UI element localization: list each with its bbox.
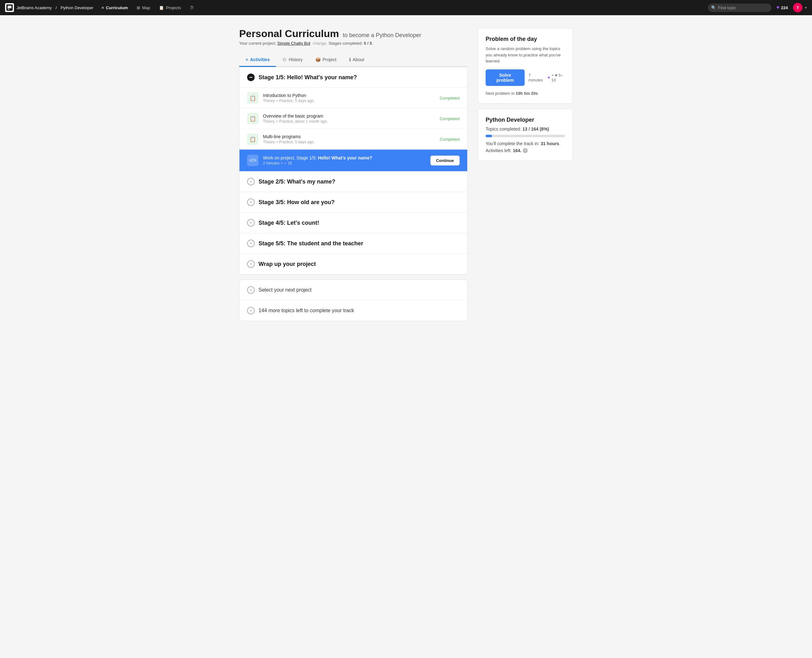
page-title: Personal Curriculum to become a Python D… [239, 28, 468, 40]
nav-curriculum[interactable]: ≡ Curriculum [98, 4, 131, 11]
search-icon: 🔍 [711, 5, 716, 10]
wrap-up-expand-icon: + [247, 260, 255, 268]
tab-about[interactable]: ℹ About [343, 53, 371, 67]
about-icon: ℹ [349, 57, 351, 62]
lesson-item[interactable]: 📋 Overview of the basic program Theory +… [239, 108, 467, 129]
stage-1-header[interactable]: Stage 1/5: Hello! What's your name? [239, 67, 467, 88]
stage-2-expand-icon: + [247, 178, 255, 185]
brand-text[interactable]: JetBrains Academy / Python Developer [16, 5, 93, 10]
projects-icon: 📋 [159, 5, 164, 10]
avatar[interactable]: T [793, 3, 803, 13]
code-icon: </> [247, 155, 259, 166]
next-problem: Next problem in 19h 5m 20s [485, 91, 565, 96]
stage-3-header[interactable]: + Stage 3/5: How old are you? [239, 192, 467, 212]
stage-5-expand-icon: + [247, 240, 255, 247]
navbar: JetBrains Academy / Python Developer ≡ C… [0, 0, 812, 15]
more-topics-item[interactable]: + 144 more topics left to complete your … [239, 301, 467, 321]
stage-2-header[interactable]: + Stage 2/5: What's my name? [239, 171, 467, 192]
page-meta: Your current project: Simple Chatty Bot … [239, 41, 468, 45]
stage-3-expand-icon: + [247, 198, 255, 206]
curriculum-icon: ≡ [102, 5, 104, 10]
search-input[interactable] [708, 3, 771, 12]
tab-activities[interactable]: ≡ Activities [239, 53, 276, 67]
wrap-up-header[interactable]: + Wrap up your project [239, 254, 467, 274]
tabs: ≡ Activities ⏲ History 📦 Project ℹ About [239, 53, 468, 67]
stage-5-header[interactable]: + Stage 5/5: The student and the teacher [239, 233, 467, 254]
gem-reward-icon: ♥ [548, 75, 550, 80]
lesson-icon: 📋 [247, 133, 259, 145]
continue-button[interactable]: Continue [430, 156, 460, 166]
activities-left: Activities left: 164. ? [485, 148, 565, 153]
search-wrap: 🔍 [708, 3, 771, 12]
lesson-info: Multi-line programs Theory + Practice, 5… [263, 134, 435, 144]
progress-bar [485, 135, 565, 137]
solve-row: Solve problem 7 minutes ♥ + ♥ 5–10 [485, 69, 565, 86]
history-icon: ⏲ [282, 57, 287, 62]
problem-of-day-title: Problem of the day [485, 36, 565, 42]
lesson-item[interactable]: 📋 Multi-line programs Theory + Practice,… [239, 129, 467, 150]
problem-of-day-card: Problem of the day Solve a random proble… [478, 28, 573, 103]
problem-of-day-desc: Solve a random problem using the topics … [485, 45, 565, 64]
project-icon: 📦 [315, 57, 321, 62]
nav-map[interactable]: ⊞ Map [134, 4, 153, 11]
lesson-item[interactable]: 📋 Introduction to Python Theory + Practi… [239, 88, 467, 108]
gem-small-icon: ♥ [284, 161, 286, 166]
gem-reward: ♥ + ♥ 5–10 [548, 73, 565, 82]
python-developer-title: Python Developer [485, 117, 565, 123]
progress-bar-fill [485, 135, 492, 137]
avatar-chevron-icon[interactable]: ▾ [805, 6, 807, 10]
lesson-info: Introduction to Python Theory + Practice… [263, 93, 435, 103]
select-next-project-item[interactable]: + Select your next project [239, 280, 467, 301]
nav-projects[interactable]: 📋 Projects [156, 4, 184, 11]
solve-problem-button[interactable]: Solve problem [485, 69, 525, 86]
topics-completed: Topics completed: 13 / 164 (8%) [485, 127, 565, 132]
gem-icon: ♥ [776, 5, 780, 11]
right-column: Problem of the day Solve a random proble… [478, 28, 573, 161]
python-developer-card: Python Developer Topics completed: 13 / … [478, 109, 573, 161]
lesson-list: 📋 Introduction to Python Theory + Practi… [239, 88, 467, 171]
bottom-section: + Select your next project + 144 more to… [239, 280, 468, 321]
tab-history[interactable]: ⏲ History [276, 53, 309, 67]
more-topics-expand-icon: + [247, 307, 255, 315]
project-work-row[interactable]: </> Work on project. Stage 1/5: Hello! W… [239, 150, 467, 171]
stage-1-collapse-icon [247, 74, 255, 81]
lesson-icon: 📋 [247, 92, 259, 103]
stage-4-header[interactable]: + Stage 4/5: Let's count! [239, 212, 467, 233]
nav-timer[interactable]: ⏱ [187, 4, 197, 11]
stage-4-expand-icon: + [247, 219, 255, 227]
map-icon: ⊞ [137, 5, 140, 10]
help-icon[interactable]: ? [523, 148, 528, 153]
tab-project[interactable]: 📦 Project [309, 53, 343, 67]
project-info: Work on project. Stage 1/5: Hello! What'… [263, 155, 426, 166]
gems-display: ♥ 224 [776, 5, 788, 11]
track-info: You'll complete the track in: 31 hours. [485, 141, 565, 146]
solve-time: 7 minutes [528, 73, 544, 82]
change-link[interactable]: change [313, 41, 327, 45]
select-next-expand-icon: + [247, 286, 255, 294]
jetbrains-logo [5, 3, 14, 12]
project-link[interactable]: Simple Chatty Bot [277, 41, 310, 45]
activities-icon: ≡ [245, 57, 248, 62]
curriculum-card: Stage 1/5: Hello! What's your name? 📋 In… [239, 67, 468, 274]
lesson-info: Overview of the basic program Theory + P… [263, 113, 435, 124]
lesson-icon: 📋 [247, 113, 259, 124]
timer-icon: ⏱ [190, 5, 194, 10]
